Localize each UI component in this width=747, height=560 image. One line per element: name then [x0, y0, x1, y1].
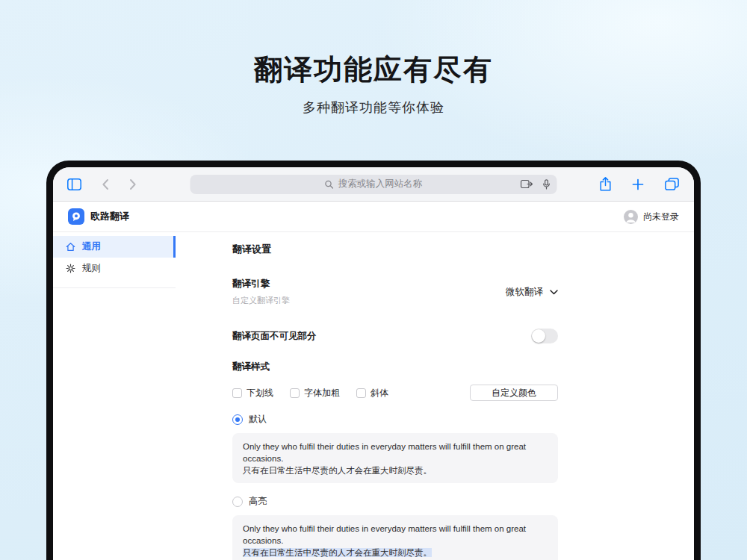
sample-text-zh-highlighted: 只有在日常生活中尽责的人才会在重大时刻尽责。 [243, 548, 432, 557]
sample-default: Only they who fulfil their duties in eve… [232, 433, 558, 483]
mic-icon[interactable] [543, 179, 551, 190]
hero-subtitle: 多种翻译功能等你体验 [0, 99, 747, 116]
invisible-label: 翻译页面不可见部分 [232, 330, 317, 343]
login-status: 尚未登录 [643, 211, 679, 223]
settings-main: 翻译设置 翻译引擎 自定义翻译引擎 微软翻译 翻译页面不可见部分 [232, 232, 558, 560]
app-name: 欧路翻译 [90, 210, 129, 223]
sample-text-en: Only they who fulfil their duties in eve… [243, 523, 548, 547]
gear-icon [66, 264, 75, 273]
back-chevron-icon[interactable] [102, 178, 109, 190]
engine-row: 翻译引擎 自定义翻译引擎 微软翻译 [232, 278, 558, 306]
engine-description: 自定义翻译引擎 [232, 295, 290, 306]
address-placeholder: 搜索或输入网站名称 [338, 178, 423, 190]
custom-color-button[interactable]: 自定义颜色 [470, 385, 558, 401]
engine-selected-value: 微软翻译 [506, 286, 543, 299]
checkbox-italic[interactable]: 斜体 [356, 387, 388, 399]
app-header: 欧路翻译 尚未登录 [53, 202, 694, 232]
forward-chevron-icon[interactable] [129, 178, 137, 190]
style-label: 翻译样式 [232, 361, 558, 373]
settings-sidebar: 通用 规则 [53, 232, 232, 560]
radio-label: 默认 [249, 413, 267, 426]
sidebar-item-label: 规则 [82, 262, 101, 275]
sidebar-item-general[interactable]: 通用 [53, 236, 176, 258]
checkbox-label: 下划线 [247, 387, 273, 399]
sidebar-toggle-icon[interactable] [67, 178, 81, 190]
sample-text-en: Only they who fulfil their duties in eve… [243, 441, 548, 464]
sample-text-zh: 只有在日常生活中尽责的人才会在重大时刻尽责。 [243, 464, 548, 476]
address-bar[interactable]: 搜索或输入网站名称 [190, 175, 557, 194]
checkbox-icon[interactable] [232, 388, 242, 398]
sidebar-divider [53, 287, 176, 288]
extension-icon[interactable] [521, 179, 533, 189]
login-area[interactable]: 尚未登录 [624, 210, 679, 224]
radio-icon[interactable] [232, 497, 243, 507]
style-option-default[interactable]: 默认 [232, 413, 558, 426]
home-icon [66, 242, 75, 252]
invisible-toggle[interactable] [531, 329, 558, 343]
engine-label: 翻译引擎 [232, 278, 290, 290]
tabs-icon[interactable] [665, 178, 679, 190]
radio-label: 高亮 [249, 495, 267, 508]
checkbox-label: 字体加粗 [304, 387, 340, 399]
share-icon[interactable] [600, 177, 611, 191]
sidebar-item-label: 通用 [82, 240, 101, 253]
sample-highlight: Only they who fulfil their duties in eve… [232, 515, 558, 560]
browser-window: 搜索或输入网站名称 [53, 167, 694, 560]
checkbox-underline[interactable]: 下划线 [232, 387, 273, 399]
checkbox-icon[interactable] [290, 388, 300, 398]
search-icon [325, 180, 334, 189]
chevron-down-icon [550, 290, 558, 295]
checkbox-icon[interactable] [356, 388, 366, 398]
new-tab-icon[interactable] [632, 178, 644, 190]
sidebar-item-rules[interactable]: 规则 [53, 258, 176, 279]
checkbox-label: 斜体 [371, 387, 388, 399]
hero-title: 翻译功能应有尽有 [0, 51, 747, 89]
app-logo-icon [68, 208, 84, 225]
avatar-icon [624, 210, 638, 224]
checkbox-bold[interactable]: 字体加粗 [290, 387, 340, 399]
invisible-row: 翻译页面不可见部分 [232, 329, 558, 343]
style-checkbox-row: 下划线 字体加粗 斜体 自定义颜色 [232, 385, 558, 401]
page-title: 翻译设置 [232, 243, 558, 256]
tablet-frame: 搜索或输入网站名称 [46, 161, 701, 560]
style-option-highlight[interactable]: 高亮 [232, 495, 558, 508]
radio-icon[interactable] [232, 414, 243, 425]
browser-toolbar: 搜索或输入网站名称 [53, 167, 694, 202]
engine-dropdown[interactable]: 微软翻译 [506, 286, 558, 299]
